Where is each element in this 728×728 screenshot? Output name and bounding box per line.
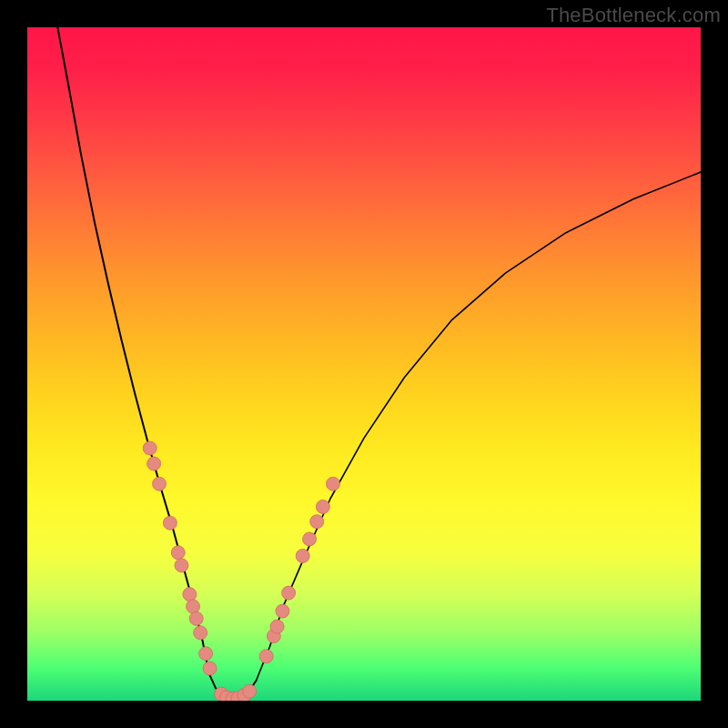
left-dot [203,662,217,675]
left-dot [163,516,177,530]
right-dot [282,586,296,600]
valley-dot [243,684,257,698]
right-dot [259,650,273,663]
right-dot [270,620,284,633]
left-dot [189,612,203,625]
chart-frame: TheBottleneck.com [0,0,728,728]
left-dot [183,588,197,602]
curve-left-branch [57,27,209,673]
left-dot [153,477,167,490]
dots-group [143,441,339,701]
left-dot [171,546,185,560]
curve-group [57,27,701,699]
watermark-label: TheBottleneck.com [546,4,721,27]
curve-right-branch [257,172,701,681]
right-dot [316,500,329,513]
right-dot [303,532,317,546]
right-dot [310,515,324,529]
left-dot [147,457,161,470]
right-dot [276,604,289,618]
left-dot [175,559,188,572]
left-dot [187,600,200,613]
right-dot [326,477,339,490]
chart-svg [27,27,701,701]
plot-area [27,27,701,701]
left-dot [199,647,213,661]
right-dot [296,549,309,562]
left-dot [143,441,157,455]
left-dot [194,626,207,640]
